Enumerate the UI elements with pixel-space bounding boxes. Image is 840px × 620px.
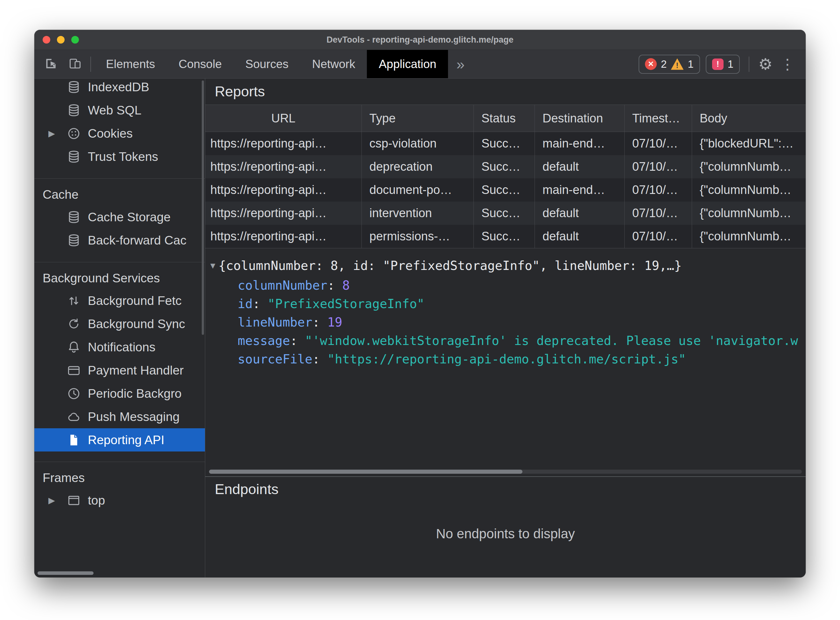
property-key: sourceFile	[238, 352, 327, 366]
sidebar-item-back-forward-cache[interactable]: Back-forward Cac	[35, 229, 205, 252]
expand-arrow-icon[interactable]	[210, 257, 216, 275]
object-property: id"PrefixedStorageInfo"	[210, 295, 805, 313]
sidebar-item-trust-tokens[interactable]: Trust Tokens	[35, 145, 205, 168]
kebab-menu-icon[interactable]: ⋮	[778, 57, 797, 72]
cell-body: {"blockedURL":…	[692, 132, 805, 155]
settings-gear-icon[interactable]: ⚙	[758, 56, 772, 72]
devtools-window: DevTools - reporting-api-demo.glitch.me/…	[35, 30, 805, 577]
table-row[interactable]: https://reporting-api… intervention Succ…	[205, 202, 805, 225]
sidebar-item-label: Push Messaging	[88, 410, 179, 424]
sidebar-item-cookies[interactable]: Cookies	[35, 122, 205, 145]
issues-icon: !	[712, 59, 724, 70]
cell-status: Succ…	[474, 225, 535, 248]
disclosure-arrow-icon[interactable]	[48, 128, 67, 138]
object-preview[interactable]: {columnNumber: 8, id: "PrefixedStorageIn…	[210, 257, 805, 276]
cell-status: Succ…	[474, 178, 535, 202]
sidebar-item-periodic-background-sync[interactable]: Periodic Backgro	[35, 382, 205, 405]
sidebar-item-label: Background Sync	[88, 317, 185, 331]
issues-button[interactable]: ! 1	[706, 55, 740, 74]
sidebar-item-background-sync[interactable]: Background Sync	[35, 312, 205, 336]
inspect-element-button[interactable]	[39, 50, 63, 78]
sidebar-tree: IndexedDB Web SQL Cookies Trust Tokens	[35, 78, 205, 512]
property-key: columnNumber	[238, 278, 342, 292]
property-value: "https://reporting-api-demo.glitch.me/sc…	[327, 352, 686, 366]
sidebar-item-notifications[interactable]: Notifications	[35, 336, 205, 359]
cell-url: https://reporting-api…	[205, 225, 362, 248]
cell-timestamp: 07/10/…	[624, 178, 692, 202]
sidebar-item-label: Notifications	[88, 340, 155, 354]
minimize-window-button[interactable]	[57, 36, 65, 44]
cell-status: Succ…	[474, 155, 535, 178]
cookie-icon	[67, 126, 81, 140]
tab-elements[interactable]: Elements	[94, 50, 167, 78]
table-row[interactable]: https://reporting-api… permissions-… Suc…	[205, 225, 805, 248]
sidebar-item-label: IndexedDB	[88, 80, 149, 94]
property-value: 19	[327, 315, 342, 330]
sidebar-item-cache-storage[interactable]: Cache Storage	[35, 205, 205, 229]
column-header-type[interactable]: Type	[362, 105, 474, 132]
sidebar-item-label: Web SQL	[88, 103, 141, 117]
tab-console[interactable]: Console	[167, 50, 234, 78]
sidebar-item-push-messaging[interactable]: Push Messaging	[35, 405, 205, 428]
sidebar-item-reporting-api[interactable]: Reporting API	[35, 428, 205, 451]
devtools-toolbar: Elements Console Sources Network Applica…	[35, 50, 805, 78]
cell-type: csp-violation	[362, 132, 474, 155]
cell-type: document-po…	[362, 178, 474, 202]
cell-status: Succ…	[474, 132, 535, 155]
tab-application[interactable]: Application	[367, 50, 448, 78]
sidebar-item-label: Payment Handler	[88, 363, 184, 378]
zoom-window-button[interactable]	[71, 36, 79, 44]
sidebar-group-cache: Cache Cache Storage Back-forward Cac	[35, 178, 205, 252]
window-controls	[43, 36, 79, 44]
column-header-url[interactable]: URL	[205, 105, 362, 132]
sidebar-item-background-fetch[interactable]: Background Fetc	[35, 289, 205, 312]
cell-destination: default	[535, 202, 624, 225]
sidebar-group-frames: Frames top	[35, 462, 205, 512]
more-tabs-chevron-icon[interactable]: »	[448, 56, 473, 73]
cell-status: Succ…	[474, 202, 535, 225]
table-row[interactable]: https://reporting-api… document-po… Succ…	[205, 178, 805, 202]
endpoints-pane: Endpoints No endpoints to display	[205, 476, 805, 577]
cell-url: https://reporting-api…	[205, 178, 362, 202]
object-property: lineNumber19	[210, 313, 805, 332]
sidebar-vertical-scrollbar[interactable]	[202, 80, 204, 335]
close-window-button[interactable]	[43, 36, 50, 44]
window-title: DevTools - reporting-api-demo.glitch.me/…	[326, 35, 514, 45]
sidebar-item-label: top	[88, 494, 105, 507]
toolbar-right-group: ✕ 2 ! 1 ! 1 ⚙ ⋮	[639, 55, 805, 74]
object-property: sourceFile"https://reporting-api-demo.gl…	[210, 350, 805, 369]
database-icon	[67, 233, 81, 247]
inspect-cursor-icon	[44, 57, 58, 72]
table-row[interactable]: https://reporting-api… csp-violation Suc…	[205, 132, 805, 155]
property-value: 8	[342, 278, 350, 292]
sidebar-horizontal-scrollbar[interactable]	[38, 571, 94, 575]
device-toolbar-button[interactable]	[63, 50, 87, 78]
object-preview-text: {columnNumber: 8, id: "PrefixedStorageIn…	[219, 259, 682, 273]
cell-destination: main-end…	[535, 178, 624, 202]
column-header-timestamp[interactable]: Timest…	[624, 105, 692, 132]
table-row[interactable]: https://reporting-api… deprecation Succ……	[205, 155, 805, 178]
sidebar-item-indexeddb[interactable]: IndexedDB	[35, 78, 205, 99]
sidebar-item-payment-handler[interactable]: Payment Handler	[35, 359, 205, 382]
column-header-body[interactable]: Body	[692, 105, 805, 132]
application-panel: IndexedDB Web SQL Cookies Trust Tokens	[35, 78, 805, 577]
cell-timestamp: 07/10/…	[624, 155, 692, 178]
property-key: id	[238, 296, 268, 311]
console-summary-button[interactable]: ✕ 2 ! 1	[639, 55, 700, 74]
cell-destination: default	[535, 225, 624, 248]
document-icon	[67, 433, 81, 447]
tab-network[interactable]: Network	[300, 50, 367, 78]
tab-sources[interactable]: Sources	[234, 50, 300, 78]
sidebar-item-web-sql[interactable]: Web SQL	[35, 99, 205, 122]
sidebar-item-label: Trust Tokens	[88, 150, 158, 164]
cell-type: deprecation	[362, 155, 474, 178]
disclosure-arrow-icon[interactable]	[48, 495, 67, 506]
scrollbar-thumb[interactable]	[209, 470, 522, 474]
column-header-destination[interactable]: Destination	[535, 105, 624, 132]
sidebar-item-label: Reporting API	[88, 433, 164, 447]
cell-timestamp: 07/10/…	[624, 225, 692, 248]
column-header-status[interactable]: Status	[474, 105, 535, 132]
database-icon	[67, 150, 81, 164]
cell-body: {"columnNumb…	[692, 178, 805, 202]
sidebar-item-top-frame[interactable]: top	[35, 489, 205, 512]
